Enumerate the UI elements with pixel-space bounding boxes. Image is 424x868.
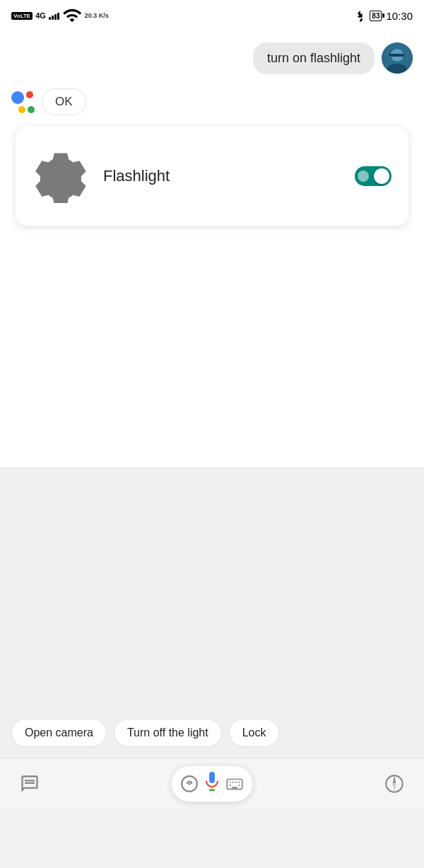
keyboard-icon bbox=[225, 775, 244, 793]
user-message-bubble: turn on flashlight bbox=[253, 42, 375, 74]
compass-icon-button[interactable] bbox=[379, 768, 410, 799]
status-left: VoLTE 4G 20.3 K/s bbox=[11, 6, 109, 25]
signal-bars bbox=[49, 11, 59, 20]
lens-icon bbox=[180, 775, 199, 793]
bluetooth-icon bbox=[355, 9, 365, 22]
chat-area: turn on flashlight bbox=[0, 28, 424, 467]
flashlight-toggle[interactable] bbox=[355, 166, 391, 186]
toggle-track bbox=[358, 170, 369, 182]
volte-badge: VoLTE bbox=[11, 12, 33, 20]
mic-button-container[interactable] bbox=[171, 765, 253, 802]
suggestion-chip-camera[interactable]: Open camera bbox=[11, 719, 107, 747]
suggestion-chip-lock-text: Lock bbox=[242, 727, 266, 739]
suggestion-chip-light-text: Turn off the light bbox=[127, 727, 208, 739]
cards-icon bbox=[20, 774, 40, 794]
gear-icon bbox=[33, 146, 89, 203]
compass-icon bbox=[384, 774, 404, 794]
google-logo bbox=[11, 88, 35, 113]
time-display: 10:30 bbox=[386, 10, 413, 22]
flashlight-card: Flashlight bbox=[16, 127, 408, 226]
suggestion-chip-lock[interactable]: Lock bbox=[229, 719, 280, 747]
dot-red bbox=[26, 91, 33, 98]
mic-icon bbox=[203, 771, 221, 797]
user-message-row: turn on flashlight bbox=[11, 42, 413, 74]
svg-rect-7 bbox=[209, 772, 215, 783]
battery-icon: 83 bbox=[370, 11, 382, 21]
status-right: 83 10:30 bbox=[355, 9, 413, 22]
dot-yellow bbox=[18, 106, 25, 113]
svg-point-6 bbox=[188, 782, 190, 785]
flashlight-label: Flashlight bbox=[103, 167, 341, 185]
battery-level: 83 bbox=[372, 12, 379, 20]
assistant-ok-text: OK bbox=[55, 95, 73, 108]
user-message-text: turn on flashlight bbox=[267, 51, 360, 65]
status-bar: VoLTE 4G 20.3 K/s 83 10:30 bbox=[0, 0, 424, 28]
user-avatar bbox=[382, 42, 413, 74]
network-type: 4G bbox=[35, 11, 46, 20]
avatar-image bbox=[382, 42, 413, 74]
suggestion-chip-light[interactable]: Turn off the light bbox=[114, 719, 222, 747]
middle-area bbox=[0, 467, 424, 707]
gear-icon-container bbox=[33, 146, 89, 206]
assistant-ok-bubble: OK bbox=[42, 88, 86, 115]
bottom-toolbar bbox=[0, 758, 424, 808]
dot-green bbox=[28, 106, 35, 113]
suggestions-row: Open camera Turn off the light Lock bbox=[0, 707, 424, 758]
suggestion-chip-camera-text: Open camera bbox=[25, 727, 93, 739]
svg-marker-20 bbox=[393, 782, 396, 792]
chat-icon-button[interactable] bbox=[14, 768, 45, 799]
assistant-row: OK bbox=[11, 88, 413, 115]
speed-display: 20.3 K/s bbox=[85, 12, 109, 20]
wifi-icon bbox=[62, 6, 82, 25]
dot-blue bbox=[11, 91, 24, 104]
svg-rect-4 bbox=[389, 54, 392, 56]
